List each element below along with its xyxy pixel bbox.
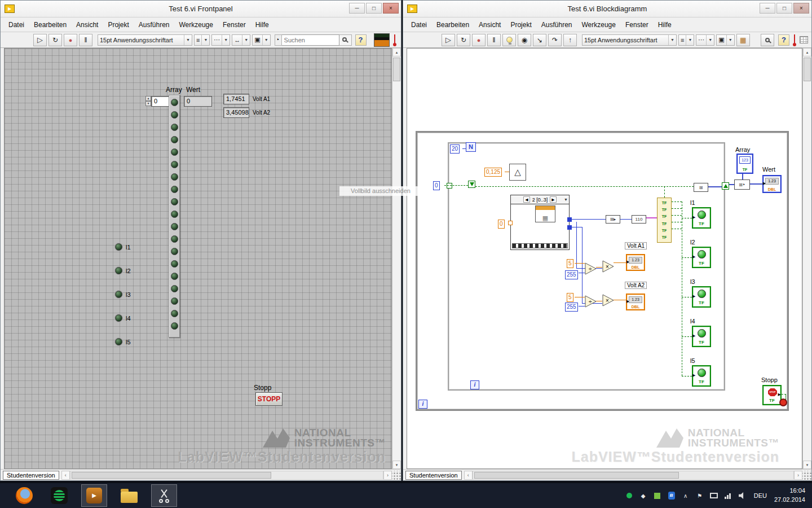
index-array-node[interactable]: ⊞▸ [606, 215, 620, 224]
scroll-up-icon[interactable]: ▴ [392, 48, 401, 56]
taskbar-clock[interactable]: 16:04 27.02.2014 [774, 487, 805, 505]
wait-time-constant[interactable]: 0,125 [484, 168, 502, 177]
highlight-execution-button[interactable] [502, 34, 516, 46]
align-objects-dropdown[interactable]: ≡▼ [678, 34, 694, 46]
connector-pane-icon[interactable] [800, 36, 808, 43]
step-out-button[interactable]: ↑ [563, 34, 577, 46]
distribute-objects-dropdown[interactable]: ⋯▼ [696, 34, 714, 46]
vertical-scrollbar[interactable]: ▴ ▾ [392, 48, 401, 469]
tunnel[interactable] [567, 225, 572, 230]
graphics-tray-icon[interactable] [653, 491, 662, 500]
menu-werkzeuge[interactable]: Werkzeuge [179, 21, 213, 29]
pause-button[interactable]: ‖ [487, 34, 501, 46]
shift-register-left[interactable] [468, 181, 475, 188]
font-selector[interactable]: 15pt Anwendungsschriftart ▼ [582, 34, 677, 46]
led-l2-terminal[interactable]: ▶ TF [692, 247, 711, 268]
bluetooth-icon[interactable]: B [667, 491, 676, 500]
firefox-taskbar-button[interactable] [11, 484, 37, 507]
stop-button[interactable]: STOPP [255, 392, 283, 406]
while-iteration-terminal[interactable]: i [418, 400, 427, 409]
scroll-left-icon[interactable]: ‹ [61, 471, 70, 480]
blockdiagram-titlebar[interactable]: ▶ Test 6.vi Blockdiagramm ─ □ × [403, 1, 811, 17]
shift-register-right[interactable] [722, 182, 729, 190]
denominator-constant[interactable]: 255 [565, 303, 578, 312]
scroll-down-icon[interactable]: ▾ [392, 461, 401, 469]
menu-hilfe[interactable]: Hilfe [658, 21, 672, 29]
increment-icon[interactable]: ▲ [145, 96, 151, 101]
cleanup-diagram-button[interactable]: ▦ [736, 34, 750, 46]
horizontal-scrollbar[interactable] [70, 471, 383, 480]
resize-objects-dropdown[interactable]: ↔▼ [232, 34, 250, 46]
menu-datei[interactable]: Datei [8, 21, 24, 29]
spotify-taskbar-button[interactable] [46, 484, 72, 507]
run-button[interactable]: ▷ [33, 34, 47, 46]
scroll-down-icon[interactable]: ▾ [803, 461, 811, 469]
array-terminal[interactable]: 123 TF [736, 154, 753, 174]
case-next-icon[interactable]: ▶ [550, 196, 556, 203]
multiply-node[interactable]: × [602, 260, 615, 273]
network-icon[interactable] [709, 491, 718, 500]
vertical-scrollbar[interactable]: ▴ ▾ [802, 48, 811, 469]
case-dropdown-icon[interactable]: ▼ [564, 198, 568, 202]
retain-wire-values-button[interactable]: ◉ [518, 34, 531, 46]
count-constant[interactable]: 20 [450, 144, 460, 154]
wert-terminal[interactable]: ▶ 1.23 DBL [762, 175, 782, 193]
run-continuous-button[interactable]: ↻ [48, 34, 62, 46]
labview-taskbar-button[interactable]: ▶ [81, 484, 107, 507]
scrollbar-thumb[interactable] [474, 472, 679, 479]
scrollbar-thumb[interactable] [804, 58, 811, 81]
maximize-button[interactable]: □ [366, 3, 382, 14]
menu-ausfuehren[interactable]: Ausführen [139, 21, 170, 29]
wait-ms-icon[interactable]: △ [509, 164, 526, 181]
scroll-up-icon[interactable]: ▴ [803, 48, 811, 56]
run-button[interactable]: ▷ [442, 34, 455, 46]
stop-terminal[interactable]: ▶ STOP TF [762, 385, 782, 405]
scrollbar-thumb[interactable] [393, 58, 400, 81]
explorer-taskbar-button[interactable] [116, 484, 142, 507]
init-constant[interactable]: 0 [433, 181, 440, 190]
divide-node[interactable]: ÷ [585, 295, 597, 308]
font-selector[interactable]: 15pt Anwendungsschriftart ▼ [98, 34, 192, 46]
multiply-node[interactable]: × [602, 294, 615, 306]
array-index-field[interactable]: 0 [151, 96, 169, 107]
menu-werkzeuge[interactable]: Werkzeuge [581, 21, 615, 29]
search-scope-dropdown[interactable]: ‣ [275, 34, 282, 46]
decrement-icon[interactable]: ▼ [145, 101, 151, 106]
build-table-icon[interactable]: ▦ [535, 205, 555, 222]
case-structure[interactable]: ◀ 2 [0..3] ▶ ▼ [510, 195, 570, 250]
loop-count-terminal[interactable]: N [466, 142, 476, 152]
menu-projekt[interactable]: Projekt [108, 21, 129, 29]
reorder-dropdown[interactable]: ▣▼ [716, 34, 734, 46]
case-prev-icon[interactable]: ◀ [523, 196, 529, 203]
horizontal-scrollbar[interactable] [473, 471, 794, 480]
tunnel[interactable] [567, 217, 572, 222]
build-array-node[interactable]: ⊞ [694, 183, 708, 192]
menu-ansicht[interactable]: Ansicht [479, 21, 501, 29]
minimize-button[interactable]: ─ [349, 3, 365, 14]
step-over-button[interactable]: ↷ [548, 34, 562, 46]
language-indicator[interactable]: DEU [754, 492, 767, 499]
volume-icon[interactable] [738, 491, 747, 500]
for-iteration-terminal[interactable]: i [470, 380, 479, 389]
numerator-constant[interactable]: 5 [567, 293, 573, 302]
blockdiagram-canvas[interactable]: 20 N 0,125 △ 0 ◀ 2 [0..3] ▶ ▼ ▦ 0 [407, 48, 802, 469]
minimize-button[interactable]: ─ [760, 3, 775, 14]
close-button[interactable]: × [383, 3, 399, 14]
menu-hilfe[interactable]: Hilfe [255, 21, 269, 29]
menu-bearbeiten[interactable]: Bearbeiten [34, 21, 67, 29]
menu-ansicht[interactable]: Ansicht [76, 21, 98, 29]
show-hidden-icons-chevron[interactable]: ∧ [681, 491, 690, 500]
led-l1-terminal[interactable]: ▶ TF [692, 207, 711, 229]
frontpanel-canvas[interactable]: Array Wert ▲ ▼ 0 0 [4, 48, 392, 469]
menu-fenster[interactable]: Fenster [223, 21, 246, 29]
array-index-stepper[interactable]: ▲ ▼ [145, 96, 151, 107]
resize-grip[interactable] [802, 471, 811, 480]
search-button[interactable] [761, 34, 774, 46]
scroll-right-icon[interactable]: › [794, 471, 802, 480]
scroll-left-icon[interactable]: ‹ [464, 471, 473, 480]
run-continuous-button[interactable]: ↻ [457, 34, 470, 46]
menu-bearbeiten[interactable]: Bearbeiten [436, 21, 469, 29]
scrollbar-thumb[interactable] [72, 472, 272, 479]
search-button[interactable] [339, 34, 352, 46]
loop-condition-terminal[interactable] [779, 398, 787, 406]
